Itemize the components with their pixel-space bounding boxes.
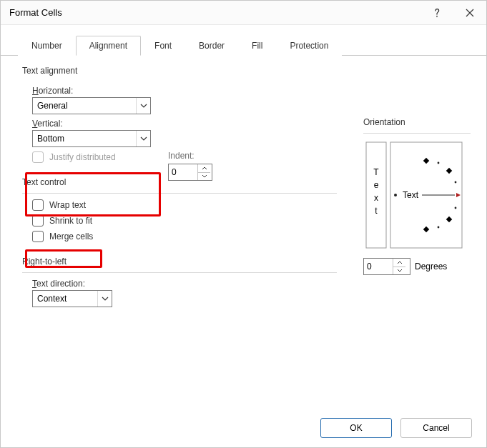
vertical-value: Bottom: [37, 134, 64, 144]
chevron-down-icon: [136, 98, 150, 114]
chevron-down-icon: [136, 131, 150, 146]
dialog-title: Format Cells: [9, 7, 420, 18]
horizontal-label: Horizontal:: [32, 86, 471, 96]
vertical-combo[interactable]: Bottom: [32, 130, 151, 147]
svg-point-13: [455, 207, 457, 209]
svg-text:x: x: [374, 193, 378, 203]
cancel-button[interactable]: Cancel: [400, 418, 472, 438]
dialog-buttons: OK Cancel: [1, 409, 486, 447]
degrees-label: Degrees: [415, 262, 447, 272]
indent-label: Indent:: [168, 151, 212, 161]
tab-fill[interactable]: Fill: [238, 36, 276, 56]
horizontal-value: General: [37, 101, 68, 111]
text-direction-value: Context: [37, 294, 67, 304]
indent-down[interactable]: [198, 173, 210, 181]
help-button[interactable]: [420, 1, 453, 25]
svg-text:Text: Text: [403, 190, 419, 200]
tab-alignment[interactable]: Alignment: [76, 36, 141, 56]
svg-text:e: e: [374, 180, 379, 190]
ok-button[interactable]: OK: [320, 418, 392, 438]
text-direction-label: Text direction:: [32, 279, 471, 289]
checkbox-icon: [32, 151, 44, 163]
group-text-alignment: Text alignment: [22, 66, 471, 76]
format-cells-dialog: Format Cells Number Alignment Font Borde…: [0, 0, 487, 448]
orientation-label: Orientation: [363, 117, 471, 127]
degrees-up[interactable]: [393, 259, 405, 267]
degrees-input[interactable]: [364, 259, 393, 274]
tab-number[interactable]: Number: [18, 36, 76, 56]
svg-point-10: [438, 162, 440, 164]
indent-group: Indent:: [168, 151, 212, 181]
tab-protection[interactable]: Protection: [276, 36, 342, 56]
tab-font[interactable]: Font: [141, 36, 185, 56]
close-button[interactable]: [453, 1, 486, 25]
checkbox-icon: [32, 231, 44, 242]
svg-point-12: [455, 181, 457, 184]
titlebar: Format Cells: [1, 1, 486, 25]
checkbox-icon: [32, 199, 44, 211]
chevron-down-icon: [97, 291, 112, 307]
indent-up[interactable]: [198, 164, 210, 173]
checkbox-icon: [32, 215, 44, 227]
svg-point-6: [394, 194, 397, 196]
tab-strip: Number Alignment Font Border Fill Protec…: [1, 25, 486, 56]
tab-border[interactable]: Border: [185, 36, 238, 56]
text-direction-combo[interactable]: Context: [32, 290, 112, 307]
degrees-spinbox[interactable]: [363, 258, 410, 275]
horizontal-combo[interactable]: General: [32, 97, 151, 114]
svg-text:T: T: [373, 167, 379, 177]
indent-spinbox[interactable]: [168, 164, 212, 181]
close-icon: [466, 9, 474, 17]
svg-point-15: [438, 227, 440, 229]
tab-content: Text alignment Horizontal: General Inden…: [1, 56, 486, 409]
indent-input[interactable]: [169, 164, 197, 180]
help-icon: [433, 8, 441, 18]
degrees-down[interactable]: [393, 267, 405, 275]
group-orientation: Orientation T e x t Text: [363, 117, 471, 275]
orientation-preview[interactable]: T e x t Text: [363, 139, 465, 251]
